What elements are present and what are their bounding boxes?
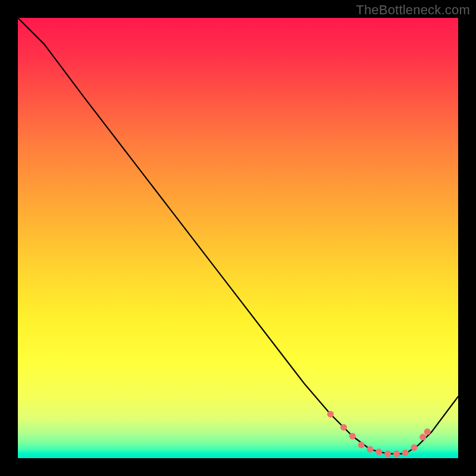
marker-dot [393, 450, 400, 457]
bottleneck-curve [18, 18, 458, 454]
chart-frame: TheBottleneck.com [0, 0, 476, 476]
marker-dot [419, 434, 426, 440]
marker-dot [358, 441, 365, 448]
marker-dot [411, 444, 418, 451]
marker-dot [384, 450, 391, 457]
marker-dot [424, 428, 431, 435]
marker-dot [402, 450, 409, 456]
marker-dot [349, 433, 356, 440]
marker-dot [367, 446, 374, 453]
marker-dot [340, 424, 347, 431]
marker-dot [375, 449, 382, 455]
curve-layer [18, 18, 458, 458]
watermark-text: TheBottleneck.com [356, 2, 470, 18]
minimum-markers [327, 411, 431, 458]
marker-dot [327, 411, 334, 418]
plot-area [18, 18, 458, 458]
